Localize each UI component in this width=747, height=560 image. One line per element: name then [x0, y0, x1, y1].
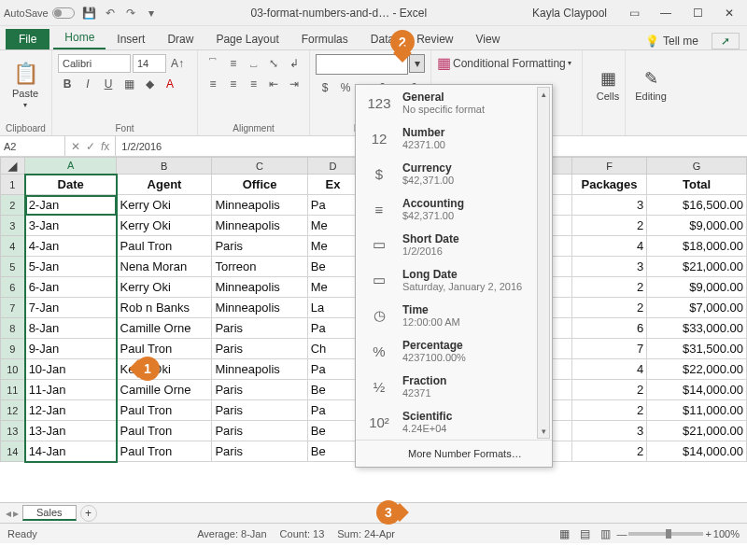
redo-icon[interactable]: ↷ [123, 6, 138, 21]
cell[interactable]: La [307, 298, 358, 318]
cell[interactable]: 3-Jan [25, 216, 117, 236]
cell[interactable]: 2 [571, 400, 647, 421]
cell[interactable]: Rob n Banks [117, 298, 212, 318]
cell[interactable]: Paris [212, 236, 307, 257]
cell[interactable]: Minneapolis [212, 298, 307, 318]
page-layout-view-icon[interactable]: ▤ [575, 525, 594, 543]
zoom-out-button[interactable]: — [616, 528, 627, 539]
qat-more-icon[interactable]: ▾ [144, 6, 159, 21]
cells-button[interactable]: ▦ Cells [588, 54, 627, 116]
tab-home[interactable]: Home [53, 27, 106, 49]
number-format-dropdown-arrow[interactable]: ▾ [409, 54, 425, 73]
tab-formulas[interactable]: Formulas [290, 29, 359, 49]
scroll-down-icon[interactable]: ▾ [538, 425, 549, 438]
row-header[interactable]: 14 [1, 441, 25, 462]
cell[interactable]: Be [307, 441, 358, 462]
percent-format-icon[interactable]: % [336, 78, 355, 97]
cell[interactable]: Pa [307, 359, 358, 380]
cell[interactable]: Camille Orne [117, 380, 212, 400]
tab-view[interactable]: View [465, 29, 512, 49]
page-break-view-icon[interactable]: ▥ [596, 525, 614, 543]
cell[interactable]: Pa [307, 195, 358, 216]
underline-button[interactable]: U [99, 75, 118, 93]
more-number-formats[interactable]: More Number Formats… [356, 440, 552, 467]
align-top-icon[interactable]: ⎴ [204, 54, 222, 73]
minimize-button[interactable]: — [652, 4, 680, 22]
cell[interactable]: 2 [571, 380, 647, 400]
cell[interactable]: Packages [571, 175, 647, 195]
format-option[interactable]: 10²Scientific4.24E+04 [356, 404, 552, 440]
account-user[interactable]: Kayla Claypool [532, 7, 607, 20]
cell[interactable]: $33,000.00 [647, 318, 747, 339]
cell[interactable]: Ch [307, 339, 358, 359]
row-header[interactable]: 3 [1, 216, 25, 236]
cell[interactable]: 8-Jan [25, 318, 117, 339]
align-right-icon[interactable]: ≡ [245, 75, 263, 93]
cell[interactable]: 3 [571, 257, 647, 277]
decrease-indent-icon[interactable]: ⇤ [264, 75, 283, 93]
row-header[interactable]: 13 [1, 421, 25, 441]
cell[interactable]: Ex [307, 175, 358, 195]
cell[interactable]: 2 [571, 298, 647, 318]
cell[interactable]: Paul Tron [117, 441, 212, 462]
enter-icon[interactable]: ✓ [86, 140, 95, 153]
cell[interactable]: 11-Jan [25, 380, 117, 400]
row-header[interactable]: 12 [1, 400, 25, 421]
cell[interactable]: 2 [571, 277, 647, 298]
format-option[interactable]: 12Number42371.00 [356, 120, 552, 156]
col-header-G[interactable]: G [647, 158, 747, 175]
row-header[interactable]: 7 [1, 298, 25, 318]
orientation-icon[interactable]: ⤡ [264, 54, 283, 73]
cell[interactable]: Minneapolis [212, 195, 307, 216]
format-option[interactable]: ≡Accounting$42,371.00 [356, 191, 552, 227]
cell[interactable]: 3 [571, 421, 647, 441]
align-bottom-icon[interactable]: ⎵ [245, 54, 263, 73]
align-center-icon[interactable]: ≡ [224, 75, 243, 93]
cell[interactable]: $21,000.00 [647, 421, 747, 441]
cell[interactable]: $11,000.00 [647, 400, 747, 421]
cell[interactable]: Minneapolis [212, 359, 307, 380]
tell-me[interactable]: Tell me [663, 35, 698, 48]
number-format-select[interactable] [316, 54, 408, 75]
merge-center-icon[interactable]: ⇥ [285, 75, 303, 93]
scroll-up-icon[interactable]: ▴ [538, 88, 549, 101]
fx-icon[interactable]: fx [101, 140, 109, 153]
cell[interactable]: Be [307, 380, 358, 400]
conditional-formatting-button[interactable]: Conditional Formatting [453, 57, 566, 70]
cell[interactable]: $31,500.00 [647, 339, 747, 359]
cell[interactable]: Me [307, 236, 358, 257]
cell[interactable]: Paris [212, 339, 307, 359]
zoom-slider[interactable] [628, 532, 703, 536]
col-header-A[interactable]: A [25, 158, 117, 175]
cell[interactable]: 12-Jan [25, 400, 117, 421]
format-option[interactable]: $Currency$42,371.00 [356, 156, 552, 191]
format-option[interactable]: ◷Time12:00:00 AM [356, 298, 552, 333]
add-sheet-button[interactable]: + [80, 505, 97, 522]
border-button[interactable]: ▦ [120, 75, 138, 93]
save-icon[interactable]: 💾 [82, 6, 97, 21]
cell[interactable]: Paul Tron [117, 421, 212, 441]
cell[interactable]: Minneapolis [212, 277, 307, 298]
tab-draw[interactable]: Draw [156, 29, 204, 49]
cell[interactable]: Pa [307, 318, 358, 339]
cell[interactable]: 2 [571, 441, 647, 462]
cell[interactable]: $14,000.00 [647, 441, 747, 462]
cell[interactable]: $16,500.00 [647, 195, 747, 216]
cell[interactable]: $22,000.00 [647, 359, 747, 380]
cell[interactable]: 9-Jan [25, 339, 117, 359]
cell[interactable]: $7,000.00 [647, 298, 747, 318]
cell[interactable]: 2 [571, 216, 647, 236]
cell[interactable]: Paris [212, 421, 307, 441]
editing-button[interactable]: ✎ Editing [631, 54, 670, 116]
autosave-toggle[interactable]: AutoSave [4, 7, 75, 19]
ribbon-options-icon[interactable]: ▭ [620, 4, 648, 22]
row-header[interactable]: 10 [1, 359, 25, 380]
cell[interactable]: 5-Jan [25, 257, 117, 277]
cell[interactable]: Office [212, 175, 307, 195]
tab-insert[interactable]: Insert [106, 29, 156, 49]
cell[interactable]: 10-Jan [25, 359, 117, 380]
font-size-select[interactable]: 14 [133, 54, 166, 73]
col-header-C[interactable]: C [212, 158, 307, 175]
format-option[interactable]: ▭Short Date1/2/2016 [356, 227, 552, 262]
bold-button[interactable]: B [58, 75, 77, 93]
